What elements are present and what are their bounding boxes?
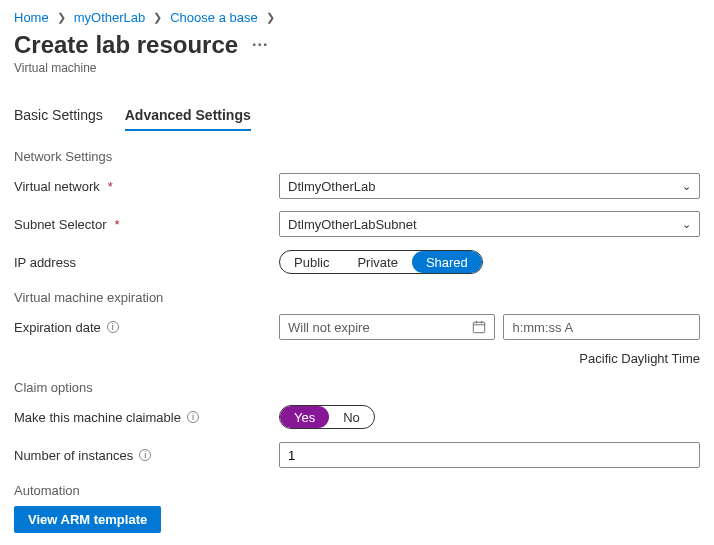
svg-rect-0 — [474, 322, 485, 333]
expiration-date-placeholder: Will not expire — [288, 320, 370, 335]
ip-option-shared[interactable]: Shared — [412, 251, 482, 273]
virtual-network-value: DtlmyOtherLab — [288, 179, 375, 194]
tab-advanced-settings[interactable]: Advanced Settings — [125, 103, 251, 131]
info-icon[interactable]: i — [139, 449, 151, 461]
tabs: Basic Settings Advanced Settings — [14, 103, 700, 131]
breadcrumb: Home ❯ myOtherLab ❯ Choose a base ❯ — [14, 10, 700, 25]
label-ip-address: IP address — [14, 255, 279, 270]
label-expiration-date: Expiration date i — [14, 320, 279, 335]
info-icon[interactable]: i — [107, 321, 119, 333]
section-vm-expiration: Virtual machine expiration — [14, 290, 700, 305]
page-title: Create lab resource ··· — [14, 31, 700, 59]
chevron-down-icon: ⌄ — [682, 180, 691, 193]
section-claim-options: Claim options — [14, 380, 700, 395]
expiration-time-placeholder: h:mm:ss A — [512, 320, 573, 335]
chevron-down-icon: ⌄ — [682, 218, 691, 231]
timezone-label: Pacific Daylight Time — [14, 351, 700, 366]
label-subnet-selector: Subnet Selector* — [14, 217, 279, 232]
breadcrumb-choose-base[interactable]: Choose a base — [170, 10, 257, 25]
expiration-time-input[interactable]: h:mm:ss A — [503, 314, 700, 340]
calendar-icon — [472, 320, 486, 334]
breadcrumb-lab[interactable]: myOtherLab — [74, 10, 146, 25]
section-network-settings: Network Settings — [14, 149, 700, 164]
section-automation: Automation — [14, 483, 700, 498]
expiration-date-input[interactable]: Will not expire — [279, 314, 495, 340]
page-title-text: Create lab resource — [14, 31, 238, 59]
ip-option-public[interactable]: Public — [280, 251, 343, 273]
breadcrumb-home[interactable]: Home — [14, 10, 49, 25]
subnet-value: DtlmyOtherLabSubnet — [288, 217, 417, 232]
subnet-select[interactable]: DtlmyOtherLabSubnet ⌄ — [279, 211, 700, 237]
label-instances: Number of instances i — [14, 448, 279, 463]
instances-input[interactable] — [279, 442, 700, 468]
view-arm-template-button[interactable]: View ARM template — [14, 506, 161, 533]
chevron-right-icon: ❯ — [57, 11, 66, 24]
ip-option-private[interactable]: Private — [343, 251, 411, 273]
more-actions-icon[interactable]: ··· — [252, 36, 268, 54]
chevron-right-icon: ❯ — [266, 11, 275, 24]
chevron-right-icon: ❯ — [153, 11, 162, 24]
page-subtitle: Virtual machine — [14, 61, 700, 75]
virtual-network-select[interactable]: DtlmyOtherLab ⌄ — [279, 173, 700, 199]
claimable-no[interactable]: No — [329, 406, 374, 428]
label-claimable: Make this machine claimable i — [14, 410, 279, 425]
claimable-yes[interactable]: Yes — [280, 406, 329, 428]
claimable-toggle: Yes No — [279, 405, 375, 429]
info-icon[interactable]: i — [187, 411, 199, 423]
ip-address-toggle: Public Private Shared — [279, 250, 483, 274]
label-virtual-network: Virtual network* — [14, 179, 279, 194]
tab-basic-settings[interactable]: Basic Settings — [14, 103, 103, 131]
